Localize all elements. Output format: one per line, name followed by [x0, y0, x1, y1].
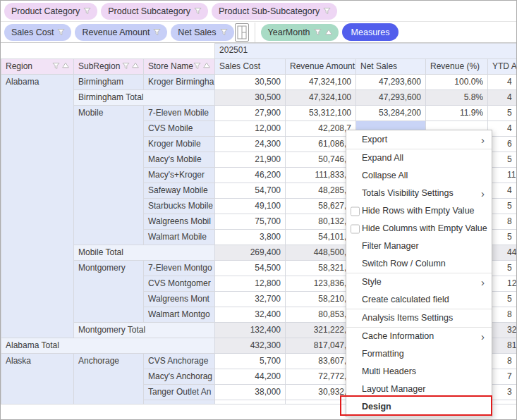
row-header-cell[interactable]: Starbucks Mobile [144, 199, 215, 214]
menu-item-export[interactable]: Export› [346, 131, 492, 149]
row-header-cell[interactable]: Walmart Montgo [144, 307, 215, 323]
net-sales-pill[interactable]: Net Sales [171, 24, 233, 41]
product-sub-subcategory-pill[interactable]: Product Sub-Subcategory [212, 3, 337, 20]
data-cell[interactable]: 47,324,100 [286, 90, 356, 106]
menu-item-filter-manager[interactable]: Filter Manager [346, 237, 492, 255]
checkbox[interactable] [351, 224, 360, 233]
row-header-cell[interactable]: CVS Montgomer [144, 276, 215, 292]
menu-item-create-calculated-field[interactable]: Create calculated field [346, 291, 492, 309]
column-header-net-sales[interactable]: Net Sales [356, 59, 426, 75]
data-cell[interactable]: 21,900 [215, 152, 286, 168]
row-header-cell[interactable]: 7-Eleven Montgo [144, 261, 215, 276]
menu-item-switch-row-column[interactable]: Switch Row / Column [346, 255, 492, 273]
row-header-cell[interactable]: Macy's Anchorag [144, 369, 215, 385]
data-cell[interactable]: 4 [488, 75, 517, 90]
data-cell[interactable]: 3,800 [215, 230, 286, 245]
row-header-cell[interactable] [144, 400, 215, 404]
data-cell[interactable]: 4 [488, 90, 517, 106]
data-cell[interactable]: 32,400 [215, 307, 286, 323]
filter-icon[interactable] [57, 28, 65, 36]
data-cell[interactable]: 46,200 [215, 168, 286, 183]
layout-split-button[interactable] [235, 23, 249, 42]
filter-icon[interactable] [314, 28, 322, 36]
data-cell[interactable]: 32,700 [215, 292, 286, 307]
row-header-cell[interactable]: Kroger Mobile [144, 137, 215, 152]
column-header-sales-cost[interactable]: Sales Cost [215, 59, 286, 75]
data-cell[interactable]: 12,000 [215, 121, 286, 137]
menu-item-cache-information[interactable]: Cache Information› [346, 328, 492, 345]
data-cell[interactable]: 5,700 [215, 354, 286, 369]
row-header-cell[interactable]: Macy's Mobile [144, 152, 215, 168]
row-header-cell[interactable]: Safeway Mobile [144, 183, 215, 199]
data-cell[interactable]: 432,300 [215, 338, 286, 354]
data-cell[interactable]: 30,500 [215, 75, 286, 90]
row-header-cell[interactable]: Macy's+Kroger [144, 168, 215, 183]
data-cell[interactable]: 27,900 [215, 106, 286, 121]
menu-item-analysis-items-settings[interactable]: Analysis Items Settings [346, 309, 492, 327]
row-header-cell[interactable]: Birmingham Total [74, 90, 215, 106]
data-cell[interactable]: 269,400 [215, 245, 286, 261]
filter-icon[interactable] [193, 62, 201, 70]
measures-button[interactable]: Measures [342, 23, 399, 41]
row-header-cell[interactable]: Mobile Total [74, 245, 215, 261]
product-subcategory-pill[interactable]: Product Subcategory [101, 3, 208, 20]
menu-item-expand-all[interactable]: Expand All [346, 149, 492, 167]
filter-icon[interactable] [52, 62, 60, 70]
column-header-revenue[interactable]: Revenue (%) [426, 59, 488, 75]
column-header-ytd-ac[interactable]: YTD Ac [488, 59, 517, 75]
data-cell[interactable]: 12,800 [215, 276, 286, 292]
menu-item-design[interactable]: Design [346, 398, 492, 416]
menu-item-style[interactable]: Style› [346, 273, 492, 291]
data-cell[interactable]: 100.0% [426, 75, 488, 90]
row-header-cell[interactable]: Kroger Birmingha [144, 75, 215, 90]
row-header-cell[interactable]: Alaska [1, 354, 74, 404]
row-header-cell[interactable]: Anchorage [74, 354, 144, 404]
data-cell[interactable]: 44,200 [215, 369, 286, 385]
data-cell[interactable]: 47,293,600 [356, 90, 426, 106]
data-cell[interactable]: 11.9% [426, 106, 488, 121]
row-header-cell[interactable]: Mobile [74, 106, 144, 245]
data-cell[interactable] [215, 400, 286, 404]
data-cell[interactable]: 54,700 [215, 183, 286, 199]
data-cell[interactable]: 53,312,100 [286, 106, 356, 121]
menu-item-totals-visibility-settings[interactable]: Totals Visibility Settings› [346, 185, 492, 202]
data-cell[interactable]: 38,000 [215, 385, 286, 400]
filter-icon[interactable] [194, 7, 202, 15]
row-header-cell[interactable]: Alabama Total [1, 338, 215, 354]
row-header-cell[interactable]: 7-Eleven Mobile [144, 106, 215, 121]
menu-item-hide-rows-with-empty-value[interactable]: Hide Rows with Empty Value [346, 202, 492, 220]
menu-item-multi-headers[interactable]: Multi Headers [346, 363, 492, 381]
row-header-cell[interactable]: Walmart Mobile [144, 230, 215, 245]
period-header[interactable]: 202501 [215, 44, 517, 59]
data-cell[interactable]: 49,100 [215, 199, 286, 214]
sort-icon[interactable] [203, 62, 210, 68]
data-cell[interactable]: 132,400 [215, 323, 286, 338]
sort-icon[interactable] [62, 62, 69, 68]
revenue-amount-pill[interactable]: Revenue Amount [75, 24, 167, 41]
sort-icon[interactable] [325, 29, 332, 35]
data-cell[interactable]: 54,500 [215, 261, 286, 276]
data-cell[interactable]: 47,293,600 [356, 75, 426, 90]
menu-item-collapse-all[interactable]: Collapse All [346, 167, 492, 185]
row-header-cell[interactable]: Alabama [1, 75, 74, 338]
filter-icon[interactable] [122, 62, 130, 70]
column-header-region[interactable]: Region [1, 59, 74, 75]
column-header-revenue-amount[interactable]: Revenue Amount [286, 59, 356, 75]
data-cell[interactable]: 47,324,100 [286, 75, 356, 90]
row-header-cell[interactable]: CVS Mobile [144, 121, 215, 137]
row-header-cell[interactable]: Walgreens Mobil [144, 214, 215, 230]
filter-icon[interactable] [153, 28, 161, 36]
filter-icon[interactable] [323, 7, 331, 15]
data-cell[interactable]: 30,500 [215, 90, 286, 106]
data-cell[interactable]: 53,284,200 [356, 106, 426, 121]
row-header-cell[interactable]: Montgomery [74, 261, 144, 323]
data-cell[interactable]: 5 [488, 106, 517, 121]
data-cell[interactable]: 75,700 [215, 214, 286, 230]
sales-cost-pill[interactable]: Sales Cost [4, 24, 71, 41]
menu-item-formatting[interactable]: Formatting [346, 345, 492, 363]
column-header-store-name[interactable]: Store Name [144, 59, 215, 75]
data-cell[interactable]: 24,300 [215, 137, 286, 152]
product-category-pill[interactable]: Product Category [4, 3, 97, 20]
filter-icon[interactable] [83, 7, 91, 15]
row-header-cell[interactable]: Montgomery Total [74, 323, 215, 338]
